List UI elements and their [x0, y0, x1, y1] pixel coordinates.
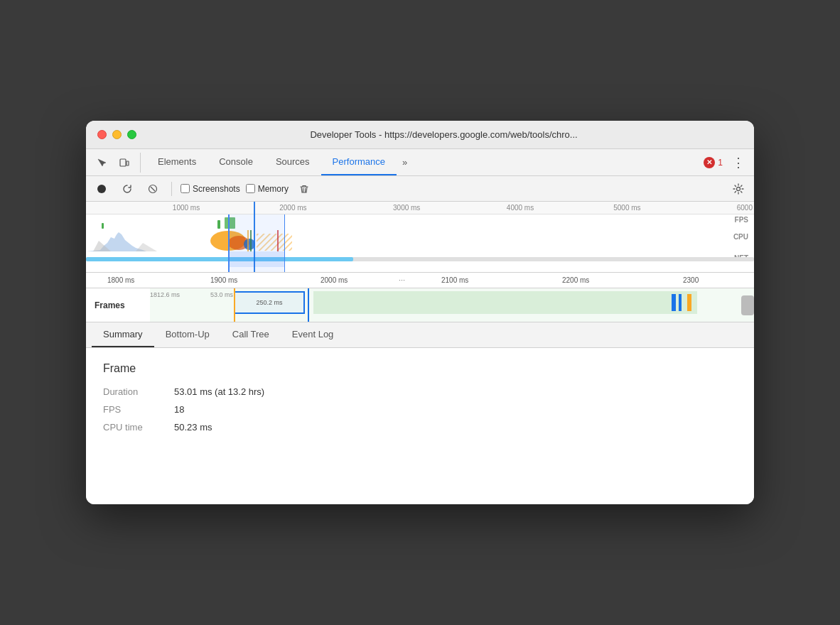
tab-sources[interactable]: Sources: [264, 149, 321, 175]
perf-toolbar: Screenshots Memory: [86, 176, 754, 202]
frames-scrollbar[interactable]: [741, 295, 754, 315]
tab-call-tree[interactable]: Call Tree: [221, 322, 281, 347]
svg-marker-16: [136, 243, 157, 251]
selected-frame-box[interactable]: 250.2 ms: [234, 291, 305, 314]
svg-text:2300: 2300: [683, 276, 699, 284]
frame-line-2: [308, 288, 309, 322]
overview-ruler: 1000 ms 2000 ms 3000 ms 4000 ms 5000 ms …: [86, 202, 754, 214]
svg-rect-21: [86, 257, 353, 261]
main-tab-list: Elements Console Sources Performance »: [146, 149, 704, 175]
svg-rect-7: [217, 220, 220, 229]
error-count: 1: [718, 158, 723, 168]
cpu-chart: [86, 230, 754, 251]
summary-row-fps: FPS 18: [103, 404, 737, 415]
svg-text:2100 ms: 2100 ms: [441, 276, 468, 284]
frame-marker-2: 53.0 ms: [210, 291, 233, 298]
minimize-button[interactable]: [112, 130, 122, 139]
delete-button[interactable]: [294, 179, 314, 199]
svg-text:1800 ms: 1800 ms: [107, 276, 134, 284]
screenshots-checkbox[interactable]: [181, 184, 190, 193]
cpu-time-key: CPU time: [103, 422, 174, 433]
tab-elements[interactable]: Elements: [146, 149, 208, 175]
selection-overlay: [228, 214, 285, 272]
frame-line-1: [234, 288, 235, 322]
memory-checkbox-label[interactable]: Memory: [246, 184, 289, 194]
devtools-tabs-bar: Elements Console Sources Performance » ✕…: [86, 149, 754, 176]
net-row: NET: [86, 251, 754, 267]
timeline-overview[interactable]: 1000 ms 2000 ms 3000 ms 4000 ms 5000 ms …: [86, 202, 754, 273]
svg-rect-6: [102, 223, 104, 229]
record-button[interactable]: [92, 179, 112, 199]
frames-area: Frames 1812.6 ms 53.0 ms 250.2 ms: [86, 288, 754, 322]
ruler-4000ms: 4000 ms: [507, 204, 534, 212]
svg-point-2: [97, 185, 106, 193]
ruler-5000ms: 5000 ms: [613, 204, 640, 212]
ruler-6000ms: 6000: [737, 204, 753, 212]
svg-line-4: [151, 187, 155, 191]
tab-event-log[interactable]: Event Log: [281, 322, 345, 347]
reload-record-button[interactable]: [117, 179, 137, 199]
close-button[interactable]: [97, 130, 107, 139]
net-chart: [86, 251, 754, 267]
stop-button[interactable]: [143, 179, 163, 199]
frame-duration-label: 250.2 ms: [256, 299, 282, 306]
memory-label: Memory: [258, 184, 289, 194]
svg-rect-0: [120, 159, 126, 166]
summary-panel: Frame Duration 53.01 ms (at 13.2 hrs) FP…: [86, 348, 754, 504]
window-title: Developer Tools - https://developers.goo…: [145, 129, 743, 140]
traffic-lights: [97, 130, 136, 139]
bottom-tabs-bar: Summary Bottom-Up Call Tree Event Log: [86, 322, 754, 348]
fps-value: 18: [174, 404, 184, 415]
title-bar: Developer Tools - https://developers.goo…: [86, 121, 754, 149]
frames-orange-bar: [687, 294, 691, 311]
error-badge[interactable]: ✕ 1: [704, 157, 723, 168]
zoom-ruler: 1800 ms 1900 ms 2000 ms 2100 ms 2200 ms …: [86, 273, 754, 288]
svg-text:1900 ms: 1900 ms: [210, 276, 237, 284]
duration-key: Duration: [103, 386, 174, 397]
memory-checkbox[interactable]: [246, 184, 255, 193]
playhead-line: [254, 202, 255, 272]
summary-title: Frame: [103, 362, 737, 375]
duration-value: 53.01 ms (at 13.2 hrs): [174, 386, 264, 397]
devtools-icons: [92, 153, 141, 173]
svg-text:2200 ms: 2200 ms: [562, 276, 589, 284]
tab-right-controls: ✕ 1 ⋮: [704, 153, 748, 173]
frames-blue-bar: [672, 294, 676, 311]
svg-point-5: [737, 187, 741, 190]
ruler-2000ms: 2000 ms: [279, 204, 306, 212]
maximize-button[interactable]: [127, 130, 136, 139]
fps-chart: [86, 214, 754, 230]
fps-key: FPS: [103, 404, 174, 415]
frame-marker-1: 1812.6 ms: [150, 291, 180, 298]
tab-console[interactable]: Console: [208, 149, 264, 175]
tab-performance[interactable]: Performance: [321, 149, 397, 175]
tab-bottom-up[interactable]: Bottom-Up: [154, 322, 221, 347]
svg-text:···: ···: [399, 276, 405, 284]
frames-content: 1812.6 ms 53.0 ms 250.2 ms: [150, 288, 754, 322]
screenshots-label: Screenshots: [193, 184, 240, 194]
device-icon[interactable]: [114, 153, 134, 173]
svg-text:2000 ms: 2000 ms: [321, 276, 348, 284]
screenshots-checkbox-label[interactable]: Screenshots: [181, 184, 240, 194]
settings-button[interactable]: [728, 179, 748, 199]
summary-row-duration: Duration 53.01 ms (at 13.2 hrs): [103, 386, 737, 397]
devtools-window: Developer Tools - https://developers.goo…: [86, 121, 754, 504]
frames-green-area: [313, 291, 697, 314]
ruler-1000ms: 1000 ms: [173, 204, 200, 212]
more-options-icon[interactable]: ⋮: [728, 153, 748, 173]
cursor-icon[interactable]: [92, 153, 112, 173]
toolbar-separator: [171, 182, 172, 196]
error-icon: ✕: [704, 157, 715, 168]
cpu-row: CPU: [86, 230, 754, 251]
ruler-3000ms: 3000 ms: [393, 204, 420, 212]
summary-row-cpu: CPU time 50.23 ms: [103, 422, 737, 433]
cpu-time-value: 50.23 ms: [174, 422, 212, 433]
svg-rect-1: [126, 161, 129, 165]
frames-label: Frames: [86, 300, 150, 310]
fps-row: FPS: [86, 214, 754, 230]
tab-summary[interactable]: Summary: [92, 322, 154, 347]
tab-more-button[interactable]: »: [397, 157, 413, 168]
frames-blue-bar-2: [679, 294, 682, 311]
